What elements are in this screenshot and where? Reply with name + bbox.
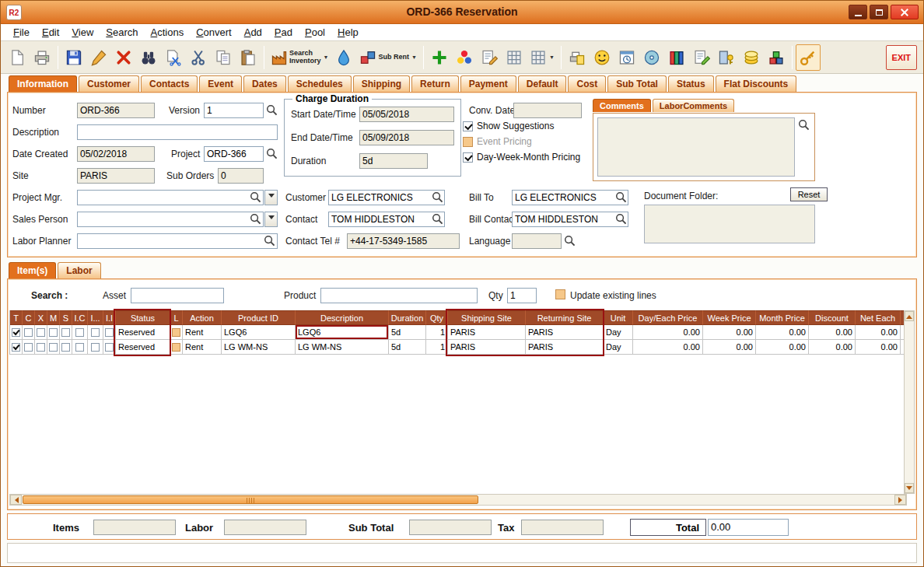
maximize-button[interactable] bbox=[870, 5, 888, 19]
copy-button[interactable] bbox=[211, 44, 236, 71]
project-mgr-dropdown-button[interactable] bbox=[264, 190, 278, 205]
cell-i_dot[interactable] bbox=[88, 325, 103, 340]
column-header[interactable]: Month Price bbox=[756, 310, 809, 325]
row-checkbox[interactable] bbox=[172, 328, 180, 337]
column-header[interactable]: T bbox=[10, 310, 23, 325]
tab[interactable]: Sub Total bbox=[607, 75, 667, 92]
tab[interactable]: Contacts bbox=[141, 75, 198, 92]
catalog-books-button[interactable] bbox=[664, 44, 689, 71]
tab[interactable]: Status bbox=[668, 75, 714, 92]
dropdown-arrow-icon[interactable]: ▼ bbox=[549, 54, 555, 60]
comments-tab[interactable]: LaborComments bbox=[653, 99, 734, 112]
cut-button[interactable] bbox=[186, 44, 211, 71]
start-date-input[interactable]: 05/05/2018 bbox=[359, 107, 454, 122]
save-button[interactable] bbox=[61, 44, 86, 71]
column-header[interactable]: Week Price bbox=[703, 310, 756, 325]
cell-net_each[interactable]: 0.00 bbox=[856, 325, 901, 340]
customer-smiley-button[interactable] bbox=[590, 44, 614, 71]
comments-search-icon[interactable] bbox=[797, 118, 810, 131]
menu-item[interactable]: View bbox=[65, 25, 100, 40]
tab[interactable]: Event bbox=[199, 75, 242, 92]
print-report-button[interactable] bbox=[565, 44, 590, 71]
column-header[interactable]: Returning Site bbox=[526, 310, 604, 325]
tab[interactable]: Cost bbox=[568, 75, 606, 92]
tab[interactable]: Dates bbox=[243, 75, 286, 92]
cell-t[interactable] bbox=[10, 325, 23, 340]
contact-tel-input[interactable]: +44-17-5349-1585 bbox=[347, 233, 460, 249]
row-checkbox[interactable] bbox=[37, 328, 45, 337]
project-search-icon[interactable] bbox=[265, 147, 278, 160]
paste-button[interactable] bbox=[236, 44, 261, 71]
item-row[interactable]: ReservedRentLG WM-NSLG WM-NS5d1PARISPARI… bbox=[10, 340, 908, 355]
sales-person-dropdown-button[interactable] bbox=[264, 212, 278, 227]
horizontal-scrollbar[interactable] bbox=[9, 494, 907, 506]
tab[interactable]: Shipping bbox=[353, 75, 410, 92]
row-checkbox[interactable] bbox=[105, 343, 114, 352]
cell-month_price[interactable]: 0.00 bbox=[756, 325, 809, 340]
contact-input[interactable]: TOM HIDDLESTON bbox=[328, 212, 445, 227]
horizontal-scrollbar-thumb[interactable] bbox=[23, 495, 478, 504]
print-button[interactable] bbox=[30, 44, 54, 71]
dropdown-arrow-icon[interactable]: ▼ bbox=[411, 54, 417, 60]
column-header[interactable]: X bbox=[35, 310, 47, 325]
checkbox[interactable] bbox=[463, 137, 473, 147]
version-search-icon[interactable] bbox=[265, 103, 278, 117]
cell-l[interactable] bbox=[170, 340, 183, 355]
column-header[interactable]: Status bbox=[116, 310, 170, 325]
cell-x[interactable] bbox=[35, 325, 47, 340]
notes-button[interactable] bbox=[689, 44, 714, 71]
close-button[interactable] bbox=[891, 5, 919, 19]
cell-product_id[interactable]: LGQ6 bbox=[222, 325, 296, 340]
cell-x[interactable] bbox=[35, 340, 47, 355]
cell-ii[interactable] bbox=[103, 340, 116, 355]
minimize-button[interactable] bbox=[849, 5, 867, 19]
tab[interactable]: Labor bbox=[58, 262, 100, 278]
tab[interactable]: Default bbox=[518, 75, 567, 92]
column-header[interactable]: Qty bbox=[426, 310, 448, 325]
labor-planner-search-icon[interactable] bbox=[263, 234, 276, 247]
cell-m[interactable] bbox=[47, 340, 60, 355]
asset-input[interactable] bbox=[131, 288, 224, 303]
cell-c[interactable] bbox=[23, 325, 35, 340]
contact-search-icon[interactable] bbox=[431, 212, 444, 226]
row-checkbox[interactable] bbox=[37, 343, 45, 352]
column-header[interactable]: M bbox=[47, 310, 60, 325]
cell-duration[interactable]: 5d bbox=[389, 340, 426, 355]
tab[interactable]: Flat Discounts bbox=[716, 75, 797, 92]
cell-unit[interactable]: Day bbox=[604, 325, 633, 340]
column-header[interactable]: Action bbox=[183, 310, 222, 325]
cell-duration[interactable]: 5d bbox=[389, 325, 426, 340]
language-search-icon[interactable] bbox=[563, 234, 576, 247]
sub-rent-button[interactable]: Sub Rent▼ bbox=[356, 44, 419, 71]
cell-c[interactable] bbox=[23, 340, 35, 355]
cut-page-button[interactable] bbox=[161, 44, 186, 71]
column-header[interactable]: Shipping Site bbox=[448, 310, 526, 325]
pad-menu-button[interactable]: ▼ bbox=[527, 44, 558, 71]
column-header[interactable]: Unit bbox=[604, 310, 633, 325]
cell-discount[interactable]: 0.00 bbox=[809, 325, 856, 340]
row-checkbox[interactable] bbox=[75, 328, 84, 337]
cell-l[interactable] bbox=[170, 325, 183, 340]
row-checkbox[interactable] bbox=[24, 343, 33, 352]
bill-to-search-icon[interactable] bbox=[614, 191, 628, 204]
cell-qty[interactable]: 1 bbox=[426, 325, 448, 340]
description-input[interactable] bbox=[77, 124, 278, 140]
row-checkbox[interactable] bbox=[172, 343, 180, 352]
cell-product_id[interactable]: LG WM-NS bbox=[222, 340, 296, 355]
column-header[interactable]: C bbox=[23, 310, 35, 325]
cell-shipping_site[interactable]: PARIS bbox=[448, 325, 526, 340]
document-folder-box[interactable] bbox=[644, 205, 815, 243]
column-header[interactable]: Net Each bbox=[856, 310, 901, 325]
reset-button[interactable]: Reset bbox=[790, 187, 828, 201]
cell-shipping_site[interactable]: PARIS bbox=[448, 340, 526, 355]
cell-day_each_price[interactable]: 0.00 bbox=[633, 340, 703, 355]
edit-button[interactable] bbox=[86, 44, 111, 71]
cell-ii[interactable] bbox=[103, 325, 116, 340]
edit-note-button[interactable] bbox=[477, 44, 502, 71]
menu-item[interactable]: Help bbox=[331, 25, 365, 40]
row-checkbox[interactable] bbox=[12, 343, 20, 352]
conv-date-input[interactable] bbox=[513, 103, 582, 118]
cell-action[interactable]: Rent bbox=[183, 325, 222, 340]
cell-m[interactable] bbox=[47, 325, 60, 340]
cell-i_dot[interactable] bbox=[88, 340, 103, 355]
